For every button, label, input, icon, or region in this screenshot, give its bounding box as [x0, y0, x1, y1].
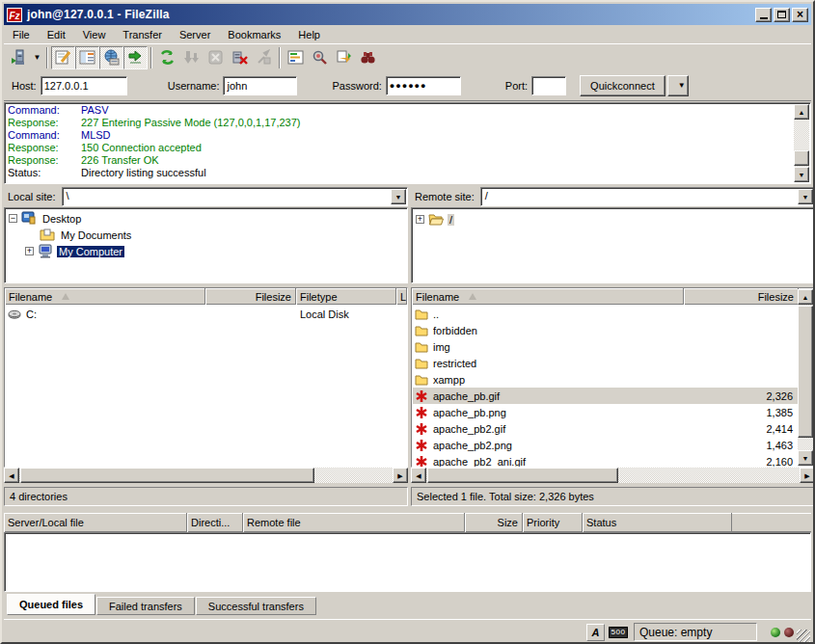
scroll-left-button[interactable]: ◀ — [4, 468, 19, 483]
minimize-button[interactable] — [755, 8, 772, 22]
file-name: apache_pb2.png — [433, 440, 701, 451]
toolbar: ▼ — [4, 43, 811, 70]
menu-transfer[interactable]: Transfer — [114, 27, 171, 42]
file-row[interactable]: xampp — [413, 371, 798, 388]
scroll-up-button[interactable]: ▲ — [794, 104, 809, 120]
remote-site-dropdown-button[interactable]: ▼ — [798, 189, 813, 204]
scroll-up-button[interactable]: ▲ — [798, 289, 813, 305]
disconnect-button[interactable] — [228, 46, 252, 69]
speed-limit-indicator-icon[interactable]: 500 — [609, 627, 628, 638]
file-row-selected[interactable]: apache_pb.gif 2,326 — [413, 388, 798, 404]
toggle-local-tree-button[interactable] — [75, 46, 99, 69]
tree-item-desktop[interactable]: − Desktop — [9, 210, 407, 227]
menu-server[interactable]: Server — [171, 27, 219, 42]
column-header-size[interactable]: Size — [465, 513, 523, 532]
transfer-type-indicator-icon[interactable]: A — [586, 624, 605, 641]
tab-successful-transfers[interactable]: Successful transfers — [196, 597, 316, 615]
file-row[interactable]: apache_pb2_ani.gif 2,160 — [413, 453, 798, 468]
password-input[interactable] — [386, 76, 461, 95]
local-site-combo[interactable]: \ ▼ — [62, 187, 408, 206]
menu-file[interactable]: File — [4, 27, 39, 42]
column-header-server-local-file[interactable]: Server/Local file — [4, 513, 187, 532]
local-site-dropdown-button[interactable]: ▼ — [391, 189, 406, 204]
toggle-queue-button[interactable] — [123, 46, 148, 69]
file-row[interactable]: apache_pb.png 1,385 — [413, 404, 798, 420]
quickconnect-dropdown-button[interactable]: ▼ — [667, 75, 689, 96]
cancel-button[interactable] — [204, 46, 228, 69]
scroll-thumb[interactable] — [794, 150, 809, 166]
column-header-remote-file[interactable]: Remote file — [243, 513, 465, 532]
file-row[interactable]: apache_pb2.gif 2,414 — [413, 420, 798, 437]
column-header-filesize[interactable]: Filesize — [205, 288, 296, 305]
file-row-c-drive[interactable]: C: Local Disk — [6, 306, 406, 322]
tab-queued-files[interactable]: Queued files — [7, 594, 95, 615]
site-manager-button[interactable] — [7, 46, 31, 69]
port-input[interactable] — [531, 76, 566, 95]
folder-icon — [415, 308, 430, 321]
quickconnect-button[interactable]: Quickconnect — [580, 75, 666, 96]
local-horizontal-scrollbar[interactable]: ◀ ▶ — [4, 468, 408, 483]
tab-failed-transfers[interactable]: Failed transfers — [96, 597, 195, 615]
menu-bookmarks[interactable]: Bookmarks — [219, 27, 289, 42]
local-status-text: 4 directories — [4, 487, 408, 506]
log-line: Command:PASV — [8, 104, 807, 117]
column-header-priority[interactable]: Priority — [523, 513, 583, 532]
remote-vertical-scrollbar[interactable]: ▲ ▼ — [798, 289, 813, 466]
column-header-filetype[interactable]: Filetype — [296, 288, 396, 305]
refresh-button[interactable] — [155, 46, 179, 69]
maximize-button[interactable] — [774, 8, 790, 22]
scroll-down-button[interactable]: ▼ — [794, 167, 809, 182]
file-row[interactable]: forbidden — [413, 322, 798, 338]
scroll-right-button[interactable]: ▶ — [800, 468, 815, 483]
log-scrollbar[interactable]: ▲ ▼ — [794, 104, 809, 182]
column-header-filesize[interactable]: Filesize — [684, 288, 799, 305]
scroll-right-button[interactable]: ▶ — [393, 468, 408, 483]
remote-site-combo[interactable]: / ▼ — [480, 187, 815, 206]
scroll-down-button[interactable]: ▼ — [798, 450, 813, 466]
find-files-button[interactable] — [356, 46, 380, 69]
filter-button[interactable] — [284, 46, 308, 69]
column-header-filename[interactable]: Filename — [412, 288, 684, 305]
remote-horizontal-scrollbar[interactable]: ◀ ▶ — [411, 468, 815, 483]
expand-icon[interactable]: + — [25, 247, 34, 255]
menu-help[interactable]: Help — [289, 27, 329, 42]
menu-view[interactable]: View — [74, 27, 115, 42]
collapse-icon[interactable]: − — [9, 214, 17, 223]
file-row[interactable]: restricted — [413, 355, 798, 371]
column-header-status[interactable]: Status — [583, 513, 732, 532]
column-header-filename[interactable]: Filename — [5, 288, 205, 305]
compare-button[interactable] — [308, 46, 332, 69]
log-line: Response:227 Entering Passive Mode (127,… — [8, 117, 807, 129]
file-row[interactable]: .. — [413, 306, 798, 322]
remote-status-text: Selected 1 file. Total size: 2,326 bytes — [411, 487, 815, 506]
scroll-left-button[interactable]: ◀ — [411, 468, 426, 483]
file-row[interactable]: apache_pb2.png 1,463 — [413, 437, 798, 453]
column-header-last-modified[interactable]: L — [396, 288, 407, 305]
disk-drive-icon — [8, 308, 23, 321]
close-button[interactable]: × — [792, 8, 808, 22]
sync-browse-button[interactable] — [332, 46, 356, 69]
file-row[interactable]: img — [413, 338, 798, 355]
site-manager-dropdown-button[interactable]: ▼ — [31, 46, 43, 69]
toggle-message-log-button[interactable] — [51, 46, 75, 69]
file-name: forbidden — [433, 325, 701, 336]
tree-item-root[interactable]: + / — [416, 211, 814, 228]
sort-ascending-icon — [469, 293, 476, 300]
menu-edit[interactable]: Edit — [39, 27, 74, 42]
resize-grip[interactable] — [797, 630, 810, 643]
tree-item-my-computer[interactable]: + My Computer — [9, 243, 407, 259]
column-header-direction[interactable]: Directi... — [187, 513, 243, 532]
tree-item-my-documents[interactable]: My Documents — [9, 227, 407, 243]
process-queue-button[interactable] — [179, 46, 204, 69]
reconnect-button[interactable] — [252, 46, 276, 69]
username-input[interactable] — [223, 76, 297, 95]
expand-icon[interactable]: + — [416, 215, 424, 224]
scroll-thumb[interactable] — [20, 468, 314, 483]
host-input[interactable] — [41, 76, 127, 95]
activity-led-red-icon — [784, 628, 794, 637]
log-line: Status:Directory listing successful — [8, 167, 807, 179]
toggle-remote-tree-button[interactable] — [99, 46, 123, 69]
queue-list[interactable] — [4, 532, 811, 592]
scroll-thumb[interactable] — [798, 306, 813, 438]
scroll-thumb[interactable] — [427, 468, 618, 483]
